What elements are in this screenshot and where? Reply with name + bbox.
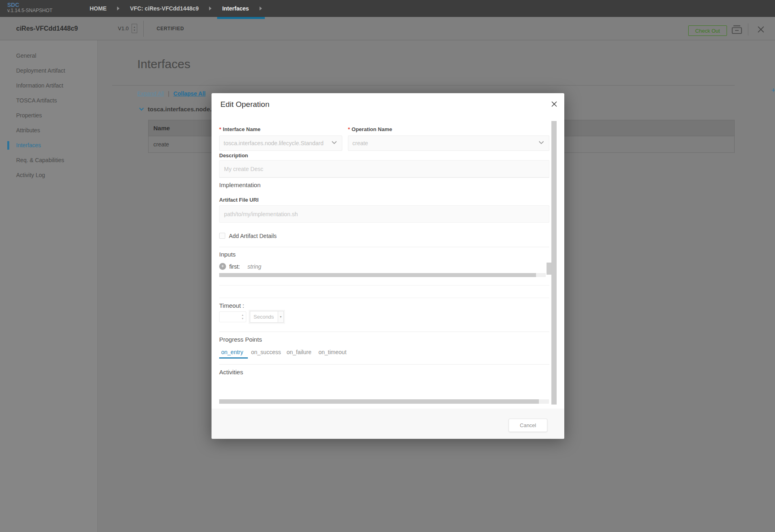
cancel-button[interactable]: Cancel xyxy=(509,419,547,432)
nav-tab-vfc[interactable]: VFC: ciRes-VFCdd1448c9 xyxy=(126,0,203,17)
input-param-name[interactable]: first: xyxy=(229,263,240,270)
link-separator: | xyxy=(168,90,170,97)
breadcrumb: HOME VFC: ciRes-VFCdd1448c9 Interfaces xyxy=(86,0,268,17)
active-progress-tab-indicator xyxy=(219,357,248,359)
divider xyxy=(219,247,549,247)
page-title: Interfaces xyxy=(137,57,191,71)
divider xyxy=(219,364,549,365)
required-asterisk: * xyxy=(348,126,350,132)
artifact-uri-input[interactable] xyxy=(219,205,549,223)
archive-icon[interactable] xyxy=(731,25,742,36)
inputs-horizontal-scrollbar[interactable] xyxy=(219,273,546,277)
edit-operation-modal: Edit Operation *Interface Name *Operatio… xyxy=(212,93,564,439)
progress-points-heading: Progress Points xyxy=(219,336,262,343)
sidebar-item-general[interactable]: General xyxy=(0,48,97,63)
top-nav-bar: SDC v.1.14.5-SNAPSHOT HOME VFC: ciRes-VF… xyxy=(0,0,775,17)
caret-up-icon: ▴ xyxy=(242,313,243,317)
modal-close-icon[interactable] xyxy=(551,101,557,108)
inputs-vertical-scrollbar[interactable] xyxy=(547,263,551,275)
operation-name-label: *Operation Name xyxy=(348,126,392,132)
chevron-down-icon xyxy=(331,141,337,144)
add-input-icon[interactable]: + xyxy=(219,263,226,270)
nav-tab-home[interactable]: HOME xyxy=(86,0,111,17)
tab-on-entry[interactable]: on_entry xyxy=(221,349,243,355)
modal-title: Edit Operation xyxy=(220,100,269,109)
component-header: ciRes-VFCdd1448c9 V1.0 ▴ ▾ CERTIFIED Che… xyxy=(0,17,775,40)
add-artifact-details-label: Add Artifact Details xyxy=(229,233,276,239)
check-out-button[interactable]: Check Out xyxy=(688,25,727,36)
version-label: V1.0 xyxy=(118,25,129,31)
divider xyxy=(219,332,549,332)
expand-all-link[interactable]: Expand All xyxy=(137,90,164,97)
activities-heading: Activities xyxy=(219,369,243,376)
tab-on-failure[interactable]: on_failure xyxy=(287,349,312,355)
app-version: v.1.14.5-SNAPSHOT xyxy=(7,8,52,13)
sidebar-item-interfaces[interactable]: Interfaces xyxy=(0,138,97,153)
caret-down-icon: ▾ xyxy=(134,29,135,32)
add-operation-button[interactable]: +Add Operation xyxy=(679,86,775,95)
timeout-stepper[interactable]: ▴ ▾ xyxy=(240,312,245,322)
chevron-down-icon xyxy=(538,141,544,144)
collapse-all-link[interactable]: Collapse All xyxy=(174,90,206,97)
modal-bottom-scrollbar[interactable] xyxy=(219,399,549,404)
modal-footer: Cancel xyxy=(212,409,564,439)
modal-vertical-scrollbar[interactable] xyxy=(551,121,557,405)
version-selector[interactable]: ▴ ▾ xyxy=(132,24,137,33)
app-name: SDC xyxy=(7,2,52,8)
implementation-heading: Implementation xyxy=(219,182,261,188)
divider xyxy=(219,177,549,178)
breadcrumb-arrow-icon xyxy=(209,6,212,10)
status-badge: CERTIFIED xyxy=(157,26,184,31)
sidebar-item-activity-log[interactable]: Activity Log xyxy=(0,168,97,183)
component-title: ciRes-VFCdd1448c9 xyxy=(16,25,78,32)
divider xyxy=(112,85,735,86)
tab-on-success[interactable]: on_success xyxy=(251,349,281,355)
sidebar-item-attributes[interactable]: Attributes xyxy=(0,123,97,138)
divider xyxy=(219,298,549,298)
sidebar: General Deployment Artifact Information … xyxy=(0,40,98,532)
plus-icon: + xyxy=(771,86,775,94)
description-input[interactable] xyxy=(219,160,549,177)
timeout-unit-select[interactable]: Seconds ▾ xyxy=(250,311,284,323)
divider xyxy=(143,21,144,37)
timeout-heading: Timeout : xyxy=(219,302,244,309)
caret-down-icon: ▾ xyxy=(242,317,243,320)
tab-on-timeout[interactable]: on_timeout xyxy=(318,349,346,355)
divider xyxy=(219,285,549,286)
inputs-heading: Inputs xyxy=(219,251,236,258)
sidebar-item-deployment-artifact[interactable]: Deployment Artifact xyxy=(0,63,97,78)
sidebar-item-tosca-artifacts[interactable]: TOSCA Artifacts xyxy=(0,93,97,108)
sidebar-item-information-artifact[interactable]: Information Artifact xyxy=(0,78,97,93)
app-logo: SDC v.1.14.5-SNAPSHOT xyxy=(7,2,52,14)
breadcrumb-arrow-icon xyxy=(117,6,119,10)
add-artifact-details-checkbox[interactable] xyxy=(219,233,225,239)
interface-name-select[interactable]: tosca.interfaces.node.lifecycle.Standard xyxy=(219,136,342,151)
artifact-uri-label: Artifact File URI xyxy=(219,197,259,203)
sidebar-item-properties[interactable]: Properties xyxy=(0,108,97,123)
caret-up-icon: ▴ xyxy=(134,25,135,29)
breadcrumb-arrow-icon xyxy=(260,6,262,10)
nav-tab-interfaces[interactable]: Interfaces xyxy=(218,0,253,17)
close-icon[interactable] xyxy=(758,26,764,34)
operation-name-select[interactable]: create xyxy=(348,136,549,151)
chevron-down-icon[interactable] xyxy=(139,107,144,111)
divider xyxy=(748,23,748,35)
sidebar-item-req-capabilities[interactable]: Req. & Capabilities xyxy=(0,153,97,168)
description-label: Description xyxy=(219,152,248,159)
input-param-type: string xyxy=(247,263,261,270)
active-tab-indicator xyxy=(217,17,265,19)
required-asterisk: * xyxy=(219,126,221,132)
interface-name-label: *Interface Name xyxy=(219,126,260,132)
caret-down-icon: ▾ xyxy=(278,311,283,322)
